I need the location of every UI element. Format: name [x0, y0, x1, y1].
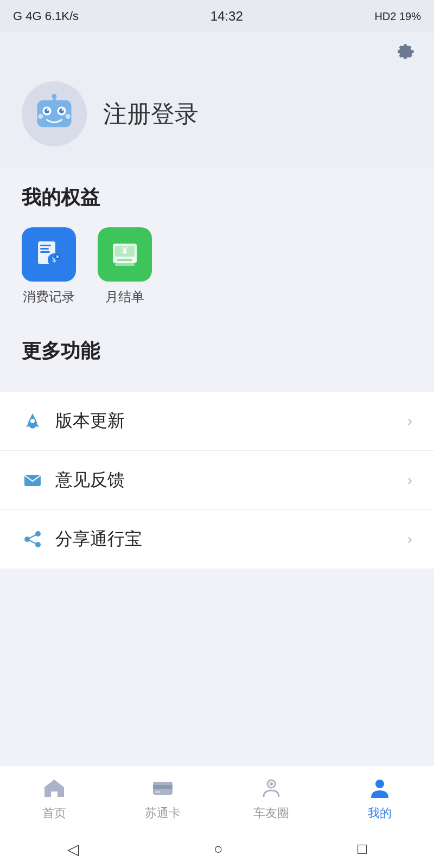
version-update-left: 版本更新	[22, 409, 125, 433]
svg-rect-39	[155, 791, 161, 793]
svg-marker-36	[44, 780, 64, 797]
menu-section: 版本更新 › 意见反馈 ›	[0, 392, 434, 569]
card-icon	[149, 775, 176, 802]
svg-point-9	[38, 114, 43, 119]
nav-mine-label: 我的	[368, 805, 392, 821]
bottom-nav: 首页 苏通卡 车友圈 我的	[0, 765, 434, 830]
svg-point-42	[375, 780, 384, 788]
share-icon	[22, 528, 43, 550]
nav-card-label: 苏通卡	[145, 805, 181, 821]
svg-rect-14	[40, 251, 50, 253]
consume-record-icon-box: ¥	[22, 227, 76, 282]
avatar[interactable]	[22, 81, 87, 146]
system-nav: ◁ ○ □	[0, 830, 434, 868]
monthly-bill-icon: ¥	[110, 239, 140, 270]
robot-avatar-icon	[30, 90, 79, 138]
friends-icon	[258, 775, 285, 802]
share-left: 分享通行宝	[22, 527, 142, 551]
svg-rect-12	[40, 245, 51, 246]
main-content: 我的权益 ¥ 消费记录	[0, 168, 434, 710]
version-update-chevron: ›	[407, 412, 412, 430]
svg-point-7	[47, 109, 49, 111]
back-button[interactable]: ◁	[67, 840, 79, 858]
version-update-label: 版本更新	[55, 409, 125, 433]
nav-home-label: 首页	[42, 805, 66, 821]
feedback-left: 意见反馈	[22, 468, 125, 492]
svg-rect-24	[115, 263, 135, 266]
rights-grid: ¥ 消费记录 ¥	[22, 222, 412, 316]
rights-section: 我的权益 ¥ 消费记录	[0, 168, 434, 322]
svg-rect-2	[53, 97, 55, 103]
svg-point-8	[62, 109, 64, 111]
rights-title: 我的权益	[22, 184, 412, 211]
nav-card[interactable]: 苏通卡	[108, 775, 217, 821]
mail-icon	[22, 469, 43, 491]
gear-area	[0, 33, 434, 71]
more-title: 更多功能	[22, 338, 412, 365]
consume-record-item[interactable]: ¥ 消费记录	[22, 227, 76, 305]
svg-rect-23	[117, 259, 132, 261]
mine-icon	[366, 775, 393, 802]
svg-point-5	[44, 108, 49, 113]
status-signal: G 4G 6.1K/s	[13, 9, 79, 23]
rocket-icon	[22, 410, 43, 432]
consume-record-icon: ¥	[34, 239, 64, 270]
more-section-title-area: 更多功能	[0, 322, 434, 381]
nav-home[interactable]: 首页	[0, 775, 108, 821]
settings-button[interactable]	[391, 38, 418, 65]
consume-record-label: 消费记录	[23, 288, 75, 305]
share-chevron: ›	[407, 531, 412, 548]
monthly-bill-label: 月结单	[105, 288, 144, 305]
gear-icon	[393, 41, 415, 62]
nav-mine[interactable]: 我的	[326, 775, 434, 821]
monthly-bill-item[interactable]: ¥ 月结单	[98, 227, 152, 305]
feedback-item[interactable]: 意见反馈 ›	[0, 451, 434, 510]
svg-line-35	[27, 539, 38, 545]
version-update-item[interactable]: 版本更新 ›	[0, 392, 434, 451]
share-item[interactable]: 分享通行宝 ›	[0, 510, 434, 569]
profile-title[interactable]: 注册登录	[103, 98, 199, 130]
svg-point-6	[59, 108, 64, 113]
svg-point-10	[66, 114, 71, 119]
svg-rect-38	[153, 785, 173, 789]
nav-friends[interactable]: 车友圈	[217, 775, 326, 821]
feedback-chevron: ›	[407, 471, 412, 489]
status-time: 14:32	[210, 9, 243, 24]
svg-line-34	[27, 534, 38, 539]
recents-button[interactable]: □	[358, 840, 367, 858]
feedback-label: 意见反馈	[55, 468, 125, 492]
profile-header: 注册登录	[0, 71, 434, 168]
svg-rect-0	[37, 100, 72, 127]
svg-rect-13	[40, 248, 49, 250]
svg-point-27	[30, 419, 35, 423]
status-bar: G 4G 6.1K/s 14:32 HD2 19%	[0, 0, 434, 33]
svg-text:¥: ¥	[122, 245, 127, 256]
share-label: 分享通行宝	[55, 527, 142, 551]
svg-point-41	[270, 782, 273, 786]
nav-friends-label: 车友圈	[253, 805, 289, 821]
monthly-bill-icon-box: ¥	[98, 227, 152, 282]
home-button[interactable]: ○	[214, 840, 223, 858]
status-icons: HD2 19%	[374, 10, 421, 23]
home-icon	[41, 775, 68, 802]
